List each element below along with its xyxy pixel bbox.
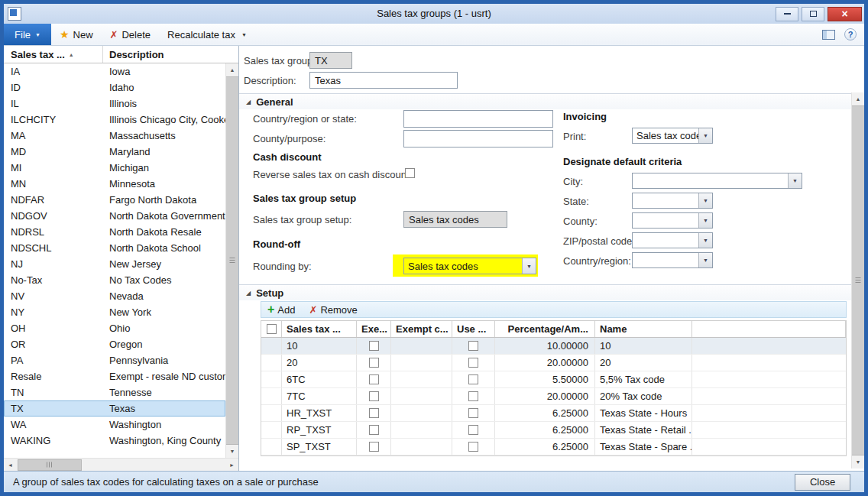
setup-grid-row[interactable]: 1010.0000010 bbox=[261, 338, 846, 355]
column-header-name[interactable]: Name bbox=[595, 321, 692, 337]
county-purpose-input[interactable] bbox=[403, 130, 553, 148]
dropdown-button[interactable]: ▼ bbox=[698, 233, 712, 248]
dropdown-button[interactable]: ▼ bbox=[522, 258, 536, 274]
use-tax-checkbox[interactable] bbox=[468, 442, 478, 452]
exempt-checkbox[interactable] bbox=[369, 391, 379, 401]
country-region-input[interactable] bbox=[403, 110, 553, 128]
description-field[interactable]: Texas bbox=[309, 72, 458, 89]
scrollbar-thumb[interactable] bbox=[852, 105, 864, 455]
tax-group-row[interactable]: WAKINGWashington, King County bbox=[4, 433, 225, 449]
delete-button[interactable]: ✗ Delete bbox=[102, 24, 159, 45]
tax-group-row[interactable]: NYNew York bbox=[4, 304, 225, 320]
column-header-use-tax[interactable]: Use ... bbox=[452, 321, 495, 337]
scrollbar-thumb[interactable] bbox=[18, 459, 82, 471]
dropdown-button[interactable]: ▼ bbox=[698, 193, 712, 208]
left-vertical-scrollbar[interactable]: ▲ ▼ bbox=[225, 63, 238, 458]
tax-group-row[interactable]: NVNevada bbox=[4, 288, 225, 304]
tax-group-row[interactable]: MDMaryland bbox=[4, 144, 225, 160]
help-icon[interactable]: ? bbox=[844, 28, 857, 41]
titlebar-close-button[interactable]: × bbox=[828, 7, 862, 21]
exempt-checkbox[interactable] bbox=[369, 425, 379, 435]
tax-group-row[interactable]: OHOhio bbox=[4, 320, 225, 336]
dropdown-button[interactable]: ▼ bbox=[788, 173, 802, 188]
tax-group-row[interactable]: ILCHCITYIllinois Chicago City, Cooke C bbox=[4, 112, 225, 128]
column-header-exempt-code[interactable]: Exempt c... bbox=[391, 321, 452, 337]
add-button[interactable]: + Add bbox=[267, 303, 295, 316]
tax-group-row[interactable]: TXTexas bbox=[4, 400, 225, 417]
exempt-checkbox[interactable] bbox=[369, 358, 379, 368]
scroll-right-icon[interactable]: ► bbox=[225, 459, 238, 472]
dropdown-button[interactable]: ▼ bbox=[698, 213, 712, 228]
city-combobox[interactable]: ▼ bbox=[632, 173, 802, 189]
minimize-button[interactable] bbox=[776, 7, 798, 21]
tax-group-row[interactable]: IAIowa bbox=[4, 63, 225, 79]
column-header-percentage[interactable]: Percentage/Am... bbox=[495, 321, 595, 337]
tax-group-row[interactable]: IDIdaho bbox=[4, 79, 225, 96]
tax-group-row[interactable]: TNTennesse bbox=[4, 384, 225, 400]
remove-button[interactable]: ✗ Remove bbox=[309, 304, 357, 316]
scroll-up-icon[interactable]: ▲ bbox=[226, 63, 238, 76]
tax-group-row[interactable]: No-TaxNo Tax Codes bbox=[4, 272, 225, 288]
scroll-up-icon[interactable]: ▲ bbox=[852, 92, 864, 105]
tax-group-row[interactable]: NDGOVNorth Dakota Government bbox=[4, 208, 225, 224]
setup-grid-row[interactable]: HR_TXST6.25000Texas State - Hours bbox=[261, 405, 846, 422]
use-tax-checkbox[interactable] bbox=[468, 425, 478, 435]
use-tax-checkbox[interactable] bbox=[468, 408, 478, 418]
column-header-sales-tax-group[interactable]: Sales tax ... ▲ bbox=[4, 46, 103, 63]
setup-grid-row[interactable]: 2020.0000020 bbox=[261, 355, 846, 371]
file-menu-button[interactable]: File ▼ bbox=[4, 24, 51, 45]
zip-postal-code-combobox[interactable]: ▼ bbox=[632, 232, 713, 248]
tax-group-row[interactable]: MAMassachusetts bbox=[4, 128, 225, 144]
column-header-exempt[interactable]: Exe... bbox=[357, 321, 391, 337]
tax-group-row[interactable]: ResaleExempt - resale ND customer bbox=[4, 368, 225, 384]
state-combobox[interactable]: ▼ bbox=[632, 193, 713, 209]
dropdown-button[interactable]: ▼ bbox=[698, 253, 712, 267]
tax-group-row[interactable]: MNMinnesota bbox=[4, 176, 225, 192]
tax-group-row[interactable]: NDRSLNorth Dakota Resale bbox=[4, 224, 225, 240]
scroll-down-icon[interactable]: ▼ bbox=[852, 455, 864, 468]
tax-group-row[interactable]: WAWashington bbox=[4, 417, 225, 433]
tax-group-row[interactable]: ILIllinois bbox=[4, 96, 225, 112]
exempt-checkbox[interactable] bbox=[369, 408, 379, 418]
column-header-sales-tax-code[interactable]: Sales tax ... bbox=[282, 321, 357, 337]
scrollbar-thumb[interactable] bbox=[226, 76, 238, 445]
country-region-combobox[interactable]: ▼ bbox=[632, 252, 713, 268]
use-tax-checkbox[interactable] bbox=[468, 374, 478, 384]
close-button[interactable]: Close bbox=[795, 474, 850, 491]
rounding-by-combobox[interactable]: Sales tax codes ▼ bbox=[403, 258, 536, 274]
tax-group-row[interactable]: MIMichigan bbox=[4, 160, 225, 176]
exempt-checkbox[interactable] bbox=[369, 341, 379, 351]
general-fasttab-header[interactable]: ◢ General bbox=[239, 93, 851, 109]
new-button[interactable]: ★ New bbox=[51, 24, 102, 45]
right-vertical-scrollbar[interactable]: ▲ ▼ bbox=[851, 92, 864, 468]
county-combobox[interactable]: ▼ bbox=[632, 212, 713, 229]
column-header-description[interactable]: Description bbox=[103, 49, 238, 60]
tax-group-row[interactable]: NJNew Jersey bbox=[4, 256, 225, 272]
tax-group-row[interactable]: NDFARFargo North Dakota bbox=[4, 192, 225, 208]
sales-tax-group-field[interactable]: TX bbox=[309, 52, 352, 69]
reverse-sales-tax-checkbox[interactable] bbox=[405, 168, 415, 178]
tax-group-row[interactable]: OROregon bbox=[4, 336, 225, 352]
exempt-checkbox[interactable] bbox=[369, 374, 379, 384]
use-tax-checkbox[interactable] bbox=[468, 391, 478, 401]
scroll-left-icon[interactable]: ◄ bbox=[4, 459, 17, 472]
tax-group-row[interactable]: PAPennsylvania bbox=[4, 352, 225, 368]
exempt-checkbox[interactable] bbox=[369, 442, 379, 452]
use-tax-checkbox[interactable] bbox=[468, 341, 478, 351]
scroll-down-icon[interactable]: ▼ bbox=[226, 445, 238, 458]
tax-group-row[interactable]: NDSCHLNorth Dakota School bbox=[4, 240, 225, 256]
select-all-checkbox[interactable] bbox=[267, 324, 277, 334]
sales-tax-group-setup-field[interactable]: Sales tax codes bbox=[403, 211, 507, 228]
maximize-button[interactable] bbox=[802, 7, 824, 21]
use-tax-checkbox[interactable] bbox=[468, 358, 478, 368]
setup-grid-row[interactable]: 7TC20.0000020% Tax code bbox=[261, 388, 846, 405]
left-horizontal-scrollbar[interactable]: ◄ ► bbox=[4, 458, 238, 471]
layout-icon[interactable] bbox=[822, 30, 835, 40]
setup-grid-row[interactable]: SP_TXST6.25000Texas State - Spare ... bbox=[261, 439, 846, 455]
setup-grid-row[interactable]: 6TC5.500005,5% Tax code bbox=[261, 371, 846, 388]
dropdown-button[interactable]: ▼ bbox=[698, 128, 712, 143]
recalculate-tax-button[interactable]: Recalculate tax ▼ bbox=[159, 24, 255, 45]
setup-fasttab-header[interactable]: ◢ Setup bbox=[239, 284, 851, 300]
setup-grid-row[interactable]: RP_TXST6.25000Texas State - Retail ... bbox=[261, 422, 846, 439]
print-combobox[interactable]: Sales tax codes ▼ bbox=[632, 128, 713, 144]
